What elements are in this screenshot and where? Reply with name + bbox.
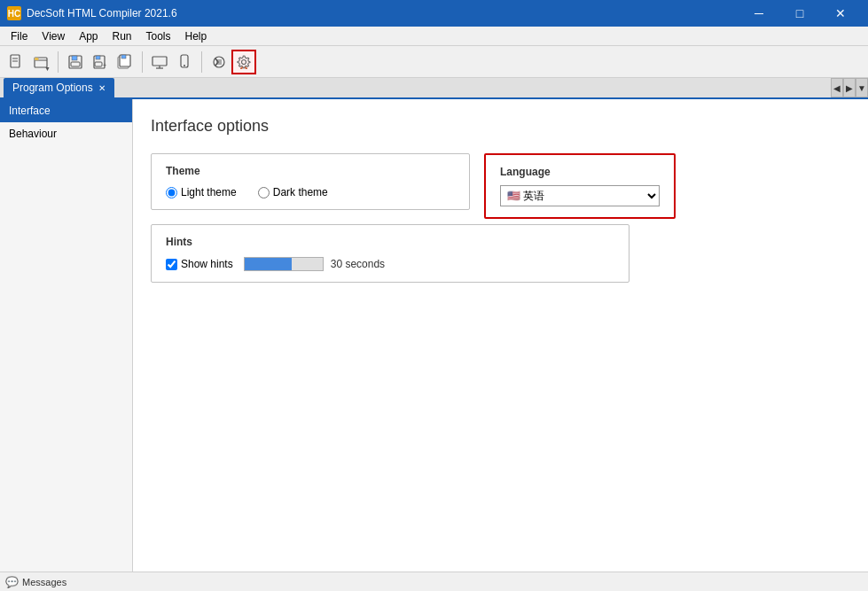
tab-nav-right-button[interactable]: ▶ xyxy=(843,78,856,97)
svg-point-18 xyxy=(184,65,185,66)
save-button[interactable] xyxy=(63,50,88,74)
title-bar-controls: ─ □ ✕ xyxy=(739,0,861,27)
hints-duration-slider[interactable] xyxy=(244,257,324,271)
svg-point-20 xyxy=(242,59,246,64)
preview-mobile-button[interactable] xyxy=(172,50,197,74)
tab-nav-left-button[interactable]: ◀ xyxy=(831,78,843,97)
menu-run[interactable]: Run xyxy=(106,28,139,44)
tab-program-options[interactable]: Program Options ✕ xyxy=(4,78,114,97)
toolbar-group-save: + xyxy=(63,50,137,74)
top-options: Theme Light theme Dark theme Language � xyxy=(151,153,850,224)
language-label: Language xyxy=(500,166,660,178)
hints-slider-fill xyxy=(245,258,292,270)
tab-nav: ◀ ▶ ▼ xyxy=(831,78,868,97)
menu-tools[interactable]: Tools xyxy=(139,28,178,44)
status-icon: 💬 xyxy=(5,576,19,588)
title-bar: HC DecSoft HTML Compiler 2021.6 ─ □ ✕ xyxy=(0,0,868,27)
theme-options: Light theme Dark theme xyxy=(166,186,455,198)
svg-rect-9 xyxy=(95,62,102,66)
theme-label: Theme xyxy=(166,165,455,177)
language-select[interactable]: 🇺🇸 英语 xyxy=(500,185,660,206)
hints-options: Show hints 30 seconds xyxy=(166,257,614,271)
tab-nav-menu-button[interactable]: ▼ xyxy=(856,78,868,97)
show-hints-checkbox[interactable] xyxy=(166,259,177,270)
app-icon: HC xyxy=(7,6,21,20)
title-bar-left: HC DecSoft HTML Compiler 2021.6 xyxy=(7,6,177,20)
menu-file[interactable]: File xyxy=(4,28,35,44)
content-area: Interface options Theme Light theme Dark… xyxy=(133,99,868,572)
status-label: Messages xyxy=(22,577,66,587)
status-bar: 💬 Messages xyxy=(0,572,868,591)
preview-desktop-button[interactable] xyxy=(147,50,172,74)
menu-app[interactable]: App xyxy=(72,28,105,44)
svg-rect-13 xyxy=(121,55,126,58)
minimize-button[interactable]: ─ xyxy=(739,0,779,27)
show-hints-label: Show hints xyxy=(181,258,233,270)
theme-panel: Theme Light theme Dark theme xyxy=(151,153,470,210)
page-title: Interface options xyxy=(151,117,850,136)
svg-rect-5 xyxy=(72,56,77,60)
save-all-button[interactable] xyxy=(113,50,137,74)
new-button[interactable] xyxy=(4,50,28,74)
light-theme-option[interactable]: Light theme xyxy=(166,186,237,198)
toolbar-separator-2 xyxy=(142,51,143,73)
light-theme-radio[interactable] xyxy=(166,187,177,198)
svg-rect-6 xyxy=(71,62,80,66)
hints-slider-container: 30 seconds xyxy=(244,257,385,271)
svg-rect-8 xyxy=(96,56,100,59)
menu-help[interactable]: Help xyxy=(178,28,215,44)
toolbar-group-build xyxy=(207,50,256,74)
svg-text:+: + xyxy=(103,62,106,68)
menu-bar: File View App Run Tools Help xyxy=(0,27,868,46)
main-content: Interface Behaviour Interface options Th… xyxy=(0,99,868,572)
sidebar-item-behaviour[interactable]: Behaviour xyxy=(0,122,132,145)
close-button[interactable]: ✕ xyxy=(820,0,861,27)
dark-theme-option[interactable]: Dark theme xyxy=(258,186,328,198)
options-button[interactable] xyxy=(231,50,256,74)
app-title: DecSoft HTML Compiler 2021.6 xyxy=(27,7,177,19)
hints-duration-label: 30 seconds xyxy=(331,258,385,270)
toolbar-group-file: ▼ xyxy=(4,50,53,74)
compile-button[interactable] xyxy=(207,50,231,74)
toolbar-group-preview xyxy=(147,50,197,74)
toolbar: ▼ + xyxy=(0,46,868,78)
tab-bar: Program Options ✕ ◀ ▶ ▼ xyxy=(0,78,868,99)
light-theme-label: Light theme xyxy=(181,186,237,198)
dark-theme-radio[interactable] xyxy=(258,187,270,198)
sidebar: Interface Behaviour xyxy=(0,99,133,572)
dark-theme-label: Dark theme xyxy=(273,186,328,198)
toolbar-separator-1 xyxy=(58,51,59,73)
hints-label: Hints xyxy=(166,236,614,248)
tab-label: Program Options xyxy=(12,82,93,94)
tab-close-button[interactable]: ✕ xyxy=(98,83,106,93)
language-panel: Language 🇺🇸 英语 xyxy=(484,153,676,219)
maximize-button[interactable]: □ xyxy=(779,0,820,27)
sidebar-item-interface[interactable]: Interface xyxy=(0,99,132,122)
menu-view[interactable]: View xyxy=(35,28,72,44)
toolbar-separator-3 xyxy=(201,51,202,73)
save-as-button[interactable]: + xyxy=(88,50,113,74)
show-hints-option[interactable]: Show hints xyxy=(166,258,233,270)
hints-panel: Hints Show hints 30 seconds xyxy=(151,224,629,283)
open-button[interactable]: ▼ xyxy=(28,50,53,74)
svg-rect-14 xyxy=(152,57,167,66)
